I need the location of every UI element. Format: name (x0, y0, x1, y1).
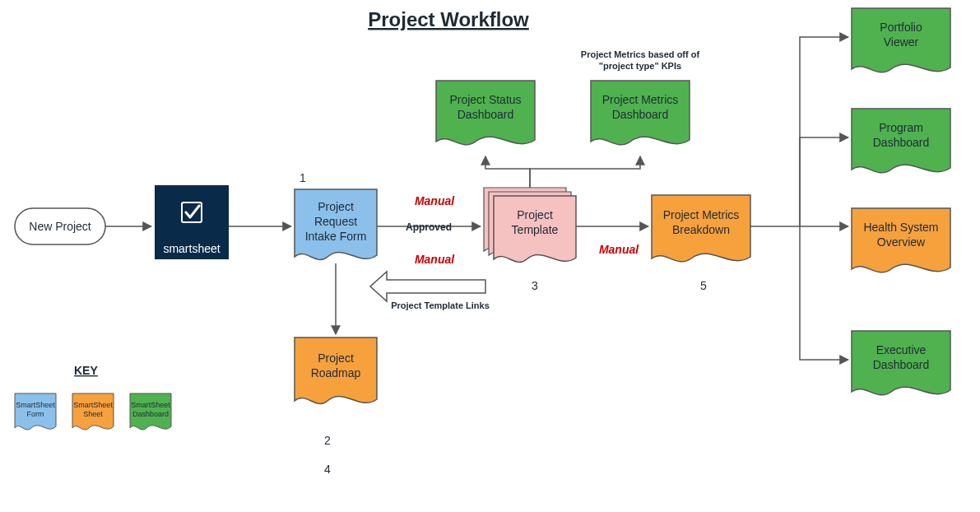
edge-template-status (485, 156, 530, 188)
key-form-l1: SmartSheet (16, 401, 55, 409)
node-metrics-breakdown: Project Metrics Breakdown (652, 195, 750, 262)
roadmap-line2: Roadmap (311, 366, 361, 379)
portfolio-line1: Portfolio (880, 21, 922, 34)
node-metrics-dashboard: Project Metrics Dashboard (591, 81, 690, 145)
template-line2: Template (512, 223, 559, 236)
key-sheet-l1: SmartSheet (73, 401, 113, 409)
key-dashboard: SmartSheet Dashboard (130, 393, 171, 430)
status-line1: Project Status (449, 93, 521, 106)
break-line1: Project Metrics (663, 208, 740, 221)
num-5: 5 (700, 279, 707, 292)
break-line2: Breakdown (672, 223, 730, 236)
node-roadmap: Project Roadmap (295, 337, 377, 403)
label-manual-3: Manual (599, 243, 639, 256)
smartsheet-label: smartsheet (163, 242, 220, 255)
health-line1: Health System (863, 221, 938, 234)
key-dash-l1: SmartSheet (131, 401, 170, 409)
program-line1: Program (879, 121, 923, 134)
node-intake-form: Project Request Intake Form (295, 189, 377, 259)
edge-break-exec (800, 226, 848, 360)
status-line2: Dashboard (457, 108, 514, 121)
num-1: 1 (300, 171, 306, 184)
intake-line3: Intake Form (305, 230, 367, 243)
node-smartsheet: smartsheet (155, 185, 229, 259)
intake-line2: Request (314, 215, 357, 228)
node-template: Project Template (484, 188, 576, 262)
num-2: 2 (324, 434, 331, 447)
edge-break-program (800, 137, 848, 226)
node-program: Program Dashboard (852, 109, 950, 173)
program-line2: Dashboard (873, 136, 930, 149)
node-status-dashboard: Project Status Dashboard (436, 81, 535, 145)
label-manual-1: Manual (415, 194, 455, 207)
label-approved: Approved (406, 221, 452, 233)
label-template-links: Project Template Links (391, 300, 490, 310)
key-form-l2: Form (27, 410, 44, 418)
roadmap-line1: Project (318, 351, 354, 365)
health-line2: Overview (877, 235, 926, 249)
portfolio-line2: Viewer (884, 35, 919, 49)
node-portfolio: Portfolio Viewer (852, 8, 950, 72)
metrics-note-2: "project type" KPIs (599, 61, 681, 71)
block-arrow-template-links (370, 272, 485, 301)
exec-line1: Executive (876, 343, 927, 356)
node-exec: Executive Dashboard (852, 331, 950, 395)
edge-break-portfolio (800, 37, 848, 226)
metricsdash-line2: Dashboard (612, 108, 669, 121)
new-project-label: New Project (29, 220, 91, 233)
edge-template-metricsdash (530, 156, 640, 188)
intake-line1: Project (318, 200, 354, 213)
key-dash-l2: Dashboard (132, 410, 169, 418)
label-manual-2: Manual (415, 253, 455, 266)
exec-line2: Dashboard (873, 358, 930, 371)
num-3: 3 (532, 279, 538, 292)
node-new-project: New Project (15, 208, 105, 244)
key-heading: KEY (74, 364, 98, 377)
template-line1: Project (517, 208, 553, 221)
node-health: Health System Overview (852, 208, 950, 272)
key-sheet: SmartSheet Sheet (72, 393, 114, 430)
num-4: 4 (324, 463, 331, 476)
key-form: SmartSheet Form (15, 393, 56, 430)
page-title: Project Workflow (368, 8, 529, 30)
key-sheet-l2: Sheet (83, 410, 103, 418)
metricsdash-line1: Project Metrics (602, 93, 679, 106)
metrics-note-1: Project Metrics based off of (581, 49, 700, 59)
